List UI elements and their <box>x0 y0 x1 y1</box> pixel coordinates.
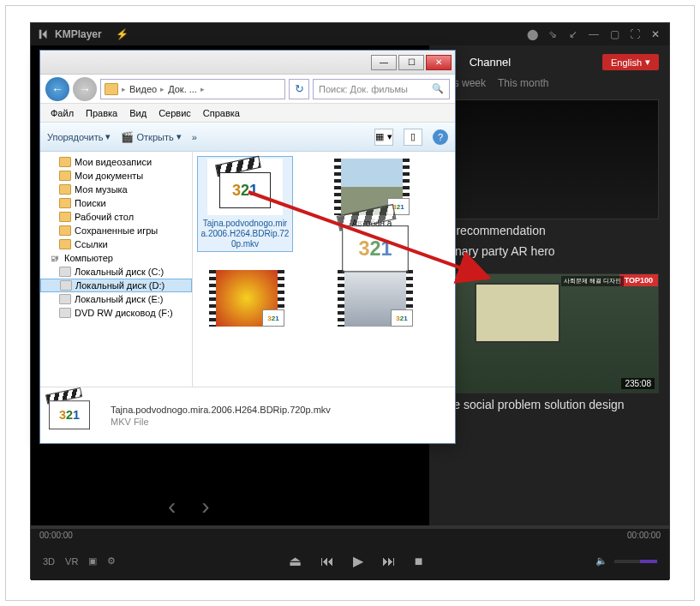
3d-button[interactable]: 3D <box>43 556 55 567</box>
next-overlay-button[interactable]: › <box>201 493 209 520</box>
menu-service[interactable]: Сервис <box>153 106 196 120</box>
tree-my-docs[interactable]: Мои документы <box>40 169 192 183</box>
file-name-2: Автобан.a <box>352 219 392 229</box>
search-icon: 🔍 <box>432 83 444 94</box>
tree-searches[interactable]: Поиски <box>40 196 192 210</box>
nav-back-button[interactable]: ← <box>45 77 69 101</box>
tree-my-music[interactable]: Моя музыка <box>40 183 192 196</box>
file-item[interactable]: 321 <box>200 270 294 327</box>
kmplayer-titlebar: KMPlayer ⚡ ⬤ ⇘ ↙ — ▢ ⛶ ✕ <box>31 23 669 45</box>
play-icon[interactable]: ▶ <box>353 553 363 569</box>
fullscreen-button[interactable]: ⛶ <box>628 27 642 41</box>
pin-icon[interactable]: ⇘ <box>546 27 559 41</box>
menu-help[interactable]: Справка <box>198 106 245 120</box>
menu-file[interactable]: Файл <box>45 106 79 120</box>
prev-track-icon[interactable]: ⏮ <box>320 554 334 569</box>
search-input[interactable]: Поиск: Док. фильмы 🔍 <box>313 79 450 99</box>
compact-icon[interactable]: ↙ <box>566 27 580 41</box>
kmplayer-sidebar: ew Channel English ▾ This week This mont… <box>429 45 669 525</box>
minimize-button[interactable]: — <box>587 27 601 41</box>
capture-icon[interactable]: ▣ <box>88 555 97 567</box>
next-track-icon[interactable]: ⏭ <box>382 554 396 569</box>
close-button[interactable]: ✕ <box>649 27 662 41</box>
tree-drive-e[interactable]: Локальный диск (E:) <box>40 292 192 306</box>
menu-edit[interactable]: Правка <box>81 106 123 120</box>
language-button[interactable]: English ▾ <box>602 54 659 70</box>
preview-pane-button[interactable]: ▯ <box>404 129 422 146</box>
kmplayer-title: KMPlayer <box>55 28 102 40</box>
details-filetype: MKV File <box>111 417 331 427</box>
breadcrumb-sep: ▸ <box>122 85 126 93</box>
clapper-icon: 🎬 <box>121 131 134 143</box>
explorer-close-button[interactable]: ✕ <box>426 55 452 70</box>
video-title-1a: ne recommendation <box>440 223 659 240</box>
explorer-titlebar: — ☐ ✕ <box>40 51 455 75</box>
file-name-1: Tajna.podvodnogo.mira.2006.H264.BDRip.72… <box>200 219 290 249</box>
refresh-button[interactable]: ↻ <box>289 79 309 99</box>
file-item[interactable]: 321 <box>328 270 422 327</box>
more-button[interactable]: » <box>192 132 197 142</box>
view-mode-button[interactable]: ▦ ▾ <box>374 129 393 146</box>
time-total: 00:00:00 <box>627 531 661 540</box>
toggle-icon[interactable]: ⬤ <box>525 27 539 41</box>
video-sub-badge: 사회문제 해결 디자인 <box>561 276 624 286</box>
tree-computer[interactable]: 🖳Компьютер <box>40 251 192 265</box>
help-icon[interactable]: ? <box>433 129 448 145</box>
video-thumbnail-2[interactable]: TOP100 사회문제 해결 디자인 235:08 <box>440 273 659 393</box>
chevron-down-icon: ▾ <box>176 131 182 142</box>
explorer-minimize-button[interactable]: — <box>371 55 397 70</box>
explorer-nav: ← → ▸ Видео ▸ Док. ... ▸ ↻ Поиск: Док. ф… <box>40 75 455 104</box>
tree-drive-d[interactable]: Локальный диск (D:) <box>40 279 192 292</box>
language-label: English <box>611 57 642 68</box>
kmplayer-logo-icon <box>38 28 50 40</box>
nav-forward-button[interactable]: → <box>73 77 97 101</box>
volume-slider[interactable] <box>614 560 657 563</box>
settings-icon[interactable]: ⚙ <box>107 555 116 567</box>
progress-bar[interactable] <box>31 525 669 529</box>
explorer-window: — ☐ ✕ ← → ▸ Видео ▸ Док. ... ▸ ↻ Поиск: … <box>39 50 456 444</box>
top100-badge: TOP100 <box>619 274 658 286</box>
volume-icon[interactable]: 🔈 <box>595 555 607 567</box>
video-title-1b: itionary party AR hero <box>440 243 659 261</box>
video-duration: 235:08 <box>621 378 655 389</box>
stop-icon[interactable]: ■ <box>415 554 423 569</box>
tree-drive-c[interactable]: Локальный диск (C:) <box>40 265 192 279</box>
bolt-icon[interactable]: ⚡ <box>116 27 129 41</box>
explorer-menu: Файл Правка Вид Сервис Справка <box>40 104 455 123</box>
chevron-down-icon: ▾ <box>105 131 111 142</box>
time-elapsed: 00:00:00 <box>39 531 73 540</box>
folder-icon <box>105 83 118 95</box>
eject-icon[interactable]: ⏏ <box>289 553 302 569</box>
explorer-tree: Мои видеозаписи Мои документы Моя музыка… <box>40 152 193 387</box>
address-bar[interactable]: ▸ Видео ▸ Док. ... ▸ <box>100 79 285 99</box>
breadcrumb-seg-1[interactable]: Видео <box>129 84 157 94</box>
breadcrumb-seg-2[interactable]: Док. ... <box>168 84 197 94</box>
explorer-details-pane: 321 Tajna.podvodnogo.mira.2006.H264.BDRi… <box>40 387 455 443</box>
vr-button[interactable]: VR <box>65 556 78 567</box>
file-item-selected[interactable]: 321 Tajna.podvodnogo.mira.2006.H264.BDRi… <box>198 157 292 251</box>
tree-links[interactable]: Ссылки <box>40 237 192 251</box>
explorer-maximize-button[interactable]: ☐ <box>398 55 424 70</box>
video-title-2: The social problem solution design <box>440 397 659 414</box>
tree-my-videos[interactable]: Мои видеозаписи <box>40 155 192 169</box>
explorer-files: 321 Tajna.podvodnogo.mira.2006.H264.BDRi… <box>193 152 455 387</box>
search-placeholder: Поиск: Док. фильмы <box>319 84 408 94</box>
file-item[interactable]: 321 Автобан.a <box>325 159 419 249</box>
maximize-button[interactable]: ▢ <box>607 27 621 41</box>
tab-channel[interactable]: Channel <box>470 56 511 69</box>
details-filename: Tajna.podvodnogo.mira.2006.H264.BDRip.72… <box>111 405 331 415</box>
open-button[interactable]: 🎬 Открыть ▾ <box>121 131 181 143</box>
menu-view[interactable]: Вид <box>124 106 152 120</box>
prev-overlay-button[interactable]: ‹ <box>168 493 176 520</box>
tree-saved-games[interactable]: Сохраненные игры <box>40 224 192 237</box>
kmplayer-controls: 00:00:00 00:00:00 3D VR ▣ ⚙ ⏏ ⏮ ▶ ⏭ ■ 🔈 <box>31 525 669 580</box>
chevron-down-icon: ▾ <box>645 57 650 68</box>
organize-button[interactable]: Упорядочить ▾ <box>47 131 111 142</box>
subtab-this-month[interactable]: This month <box>498 77 548 89</box>
video-thumbnail-1[interactable] <box>440 99 659 219</box>
tree-desktop[interactable]: Рабочий стол <box>40 210 192 224</box>
tree-dvd[interactable]: DVD RW дисковод (F:) <box>40 306 192 320</box>
explorer-toolbar: Упорядочить ▾ 🎬 Открыть ▾ » ▦ ▾ ▯ ? <box>40 123 455 152</box>
